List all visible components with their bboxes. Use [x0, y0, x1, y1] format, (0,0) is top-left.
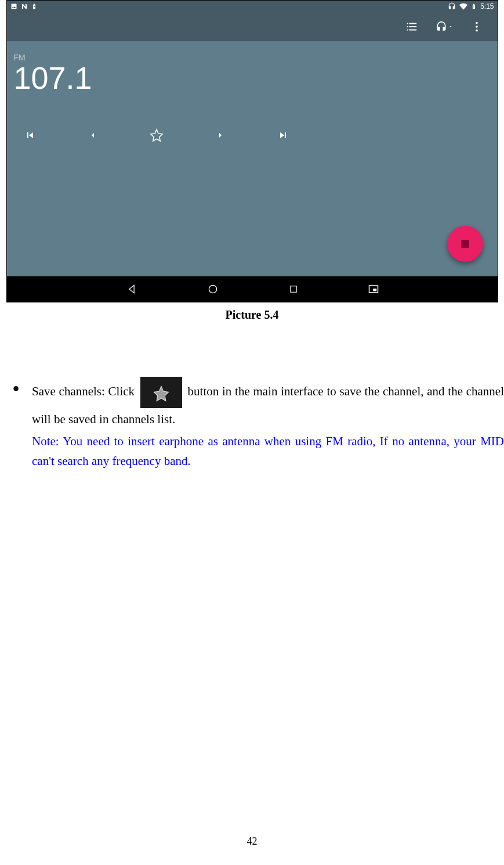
inline-star-button-image — [140, 377, 182, 408]
headset-dropdown-icon[interactable] — [436, 21, 453, 33]
bullet-save-channels: Save channels: Click button in the main … — [32, 377, 504, 430]
svg-point-0 — [476, 22, 478, 24]
android-status-bar: 5:15 — [7, 1, 498, 12]
svg-point-3 — [209, 285, 216, 293]
android-nav-bar — [7, 276, 498, 302]
next-icon[interactable] — [216, 131, 225, 140]
fm-radio-main: FM 107.1 — [7, 12, 498, 276]
bullet-marker: ● — [0, 377, 32, 430]
previous-icon[interactable] — [88, 131, 97, 140]
svg-rect-4 — [290, 286, 296, 293]
pip-button[interactable] — [368, 284, 379, 294]
figure-caption: Picture 5.4 — [0, 308, 504, 322]
fm-radio-screenshot: 5:15 FM 107.1 — [6, 0, 498, 302]
fm-toolbar — [7, 12, 498, 41]
wifi-icon — [459, 2, 467, 10]
channel-list-icon[interactable] — [405, 20, 418, 33]
battery-alert-icon — [471, 2, 477, 10]
skip-next-icon[interactable] — [277, 129, 289, 141]
back-button[interactable] — [126, 283, 137, 295]
note-text: Note: You need to insert earphone as ant… — [0, 431, 504, 471]
stop-fab-button[interactable] — [447, 226, 483, 262]
frequency-value: 107.1 — [14, 62, 491, 93]
skip-previous-icon[interactable] — [24, 129, 36, 141]
stop-icon — [461, 240, 469, 248]
image-icon — [10, 3, 17, 10]
page-number: 42 — [0, 835, 504, 848]
status-time-text: 5:15 — [480, 2, 494, 10]
battery-saver-icon — [31, 3, 37, 10]
svg-point-2 — [476, 30, 478, 32]
bullet-text-before: Save channels: Click — [32, 384, 138, 398]
home-button[interactable] — [207, 283, 219, 295]
instruction-text: ● Save channels: Click button in the mai… — [0, 377, 504, 471]
favorite-star-icon[interactable] — [150, 128, 164, 142]
recent-apps-button[interactable] — [288, 284, 299, 294]
headset-icon — [448, 2, 456, 10]
n-icon — [21, 3, 28, 10]
svg-point-1 — [476, 26, 478, 28]
more-options-icon[interactable] — [470, 20, 483, 33]
radio-controls — [7, 99, 498, 142]
frequency-display: FM 107.1 — [7, 41, 498, 99]
